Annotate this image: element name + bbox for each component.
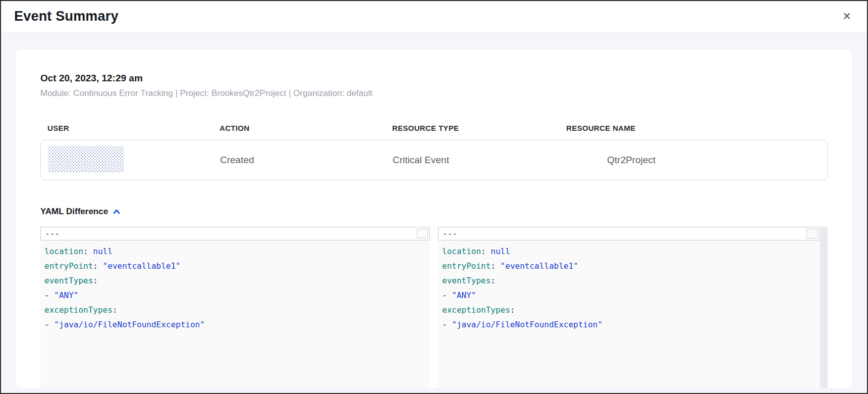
- scrollbar-thumb[interactable]: [417, 229, 428, 238]
- column-header-resource-name: RESOURCE NAME: [566, 124, 828, 132]
- modal-header: Event Summary ×: [1, 1, 867, 32]
- chevron-up-icon[interactable]: [113, 208, 121, 215]
- action-value: Created: [220, 155, 393, 166]
- modal-body: Oct 20, 2023, 12:29 am Module: Continuou…: [1, 32, 867, 393]
- yaml-right-code: location: nullentryPoint: "eventcallable…: [438, 240, 820, 332]
- yaml-diff-container: --- location: nullentryPoint: "eventcall…: [40, 227, 828, 388]
- yaml-difference-label: YAML Difference: [40, 207, 108, 217]
- event-meta: Module: Continuous Error Tracking | Proj…: [40, 88, 828, 98]
- table-header-row: USER ACTION RESOURCE TYPE RESOURCE NAME: [40, 124, 828, 132]
- column-header-action: ACTION: [220, 124, 392, 132]
- column-header-user: USER: [47, 124, 220, 132]
- yaml-right-first-line: ---: [438, 227, 820, 240]
- scrollbar-thumb[interactable]: [806, 229, 818, 238]
- user-cell: [48, 146, 220, 175]
- page-title: Event Summary: [14, 9, 119, 24]
- yaml-left-code: location: nullentryPoint: "eventcallable…: [40, 240, 430, 332]
- yaml-first-line-text: ---: [45, 229, 60, 238]
- resource-type-value: Critical Event: [393, 155, 567, 166]
- column-header-resource-type: RESOURCE TYPE: [392, 124, 566, 132]
- yaml-panel-right[interactable]: --- location: nullentryPoint: "eventcall…: [438, 227, 820, 388]
- close-icon[interactable]: ×: [841, 8, 853, 25]
- yaml-left-first-line: ---: [40, 227, 430, 240]
- yaml-first-line-text: ---: [443, 229, 457, 238]
- yaml-panel-left[interactable]: --- location: nullentryPoint: "eventcall…: [40, 227, 430, 388]
- vertical-scrollbar[interactable]: [820, 227, 828, 388]
- user-redacted-value: [48, 146, 124, 172]
- yaml-difference-header: YAML Difference: [40, 207, 828, 217]
- event-timestamp: Oct 20, 2023, 12:29 am: [40, 73, 828, 84]
- event-summary-modal: Event Summary × Oct 20, 2023, 12:29 am M…: [0, 0, 868, 394]
- yaml-panel-right-wrap: --- location: nullentryPoint: "eventcall…: [438, 227, 828, 388]
- resource-name-value: Qtr2Project: [567, 155, 827, 166]
- table-row: Created Critical Event Qtr2Project: [40, 140, 828, 180]
- event-card: Oct 20, 2023, 12:29 am Module: Continuou…: [16, 50, 852, 388]
